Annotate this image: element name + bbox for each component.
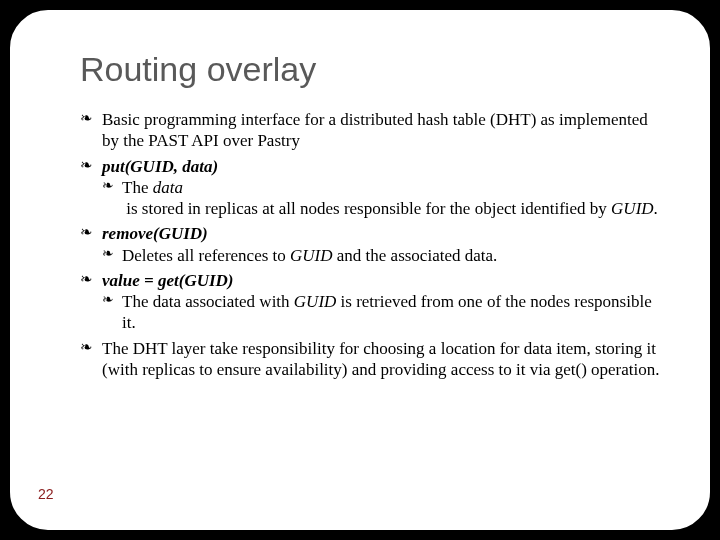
bullet-get-desc: The data associated with GUID is retriev…: [102, 291, 660, 334]
slide-title: Routing overlay: [80, 50, 660, 89]
text: is stored in replicas at all nodes respo…: [122, 199, 611, 218]
bullet-intro: Basic programming interface for a distri…: [80, 109, 660, 152]
text: Basic programming interface for a distri…: [102, 110, 648, 150]
bullet-put: put(GUID, data) The data is stored in re…: [80, 156, 660, 220]
api-put: put(GUID, data): [102, 157, 218, 176]
bullet-remove: remove(GUID) Deletes all references to G…: [80, 223, 660, 266]
api-remove: remove(GUID): [102, 224, 208, 243]
text: Deletes all references to: [122, 246, 290, 265]
bullet-remove-desc: Deletes all references to GUID and the a…: [102, 245, 660, 266]
bullet-put-desc: The data is stored in replicas at all no…: [102, 177, 660, 220]
bullet-dht-layer: The DHT layer take responsibility for ch…: [80, 338, 660, 381]
slide-frame: Routing overlay Basic programming interf…: [8, 8, 712, 532]
api-get: value = get(GUID): [102, 271, 234, 290]
text: The DHT layer take responsibility for ch…: [102, 339, 660, 379]
term-guid: GUID: [290, 246, 333, 265]
term-guid: GUID: [294, 292, 337, 311]
text: and the associated data.: [333, 246, 498, 265]
text: The: [122, 178, 153, 197]
term-guid: GUID: [611, 199, 654, 218]
text: The data associated with: [122, 292, 294, 311]
page-number: 22: [38, 486, 54, 502]
slide-body: Basic programming interface for a distri…: [80, 109, 660, 380]
text: .: [654, 199, 658, 218]
bullet-get: value = get(GUID) The data associated wi…: [80, 270, 660, 334]
term-data: data: [153, 178, 183, 197]
